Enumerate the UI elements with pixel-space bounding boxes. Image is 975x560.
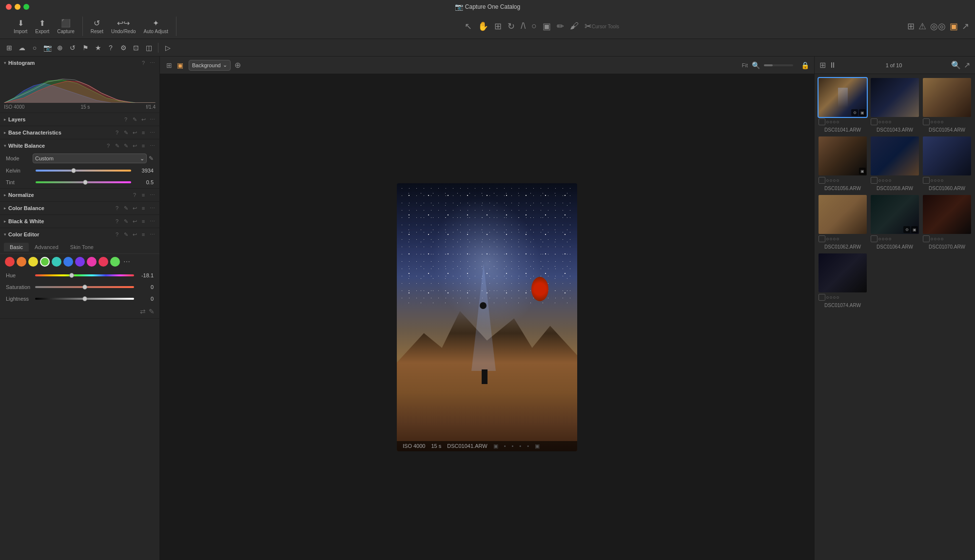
swatch-orange[interactable]	[17, 257, 26, 267]
histogram-help-icon[interactable]: ?	[140, 59, 147, 66]
proofing-icon[interactable]: ◎◎	[930, 21, 946, 32]
sec-camera-icon[interactable]: 📷	[42, 42, 53, 53]
cursor-tool-pointer[interactable]: ↖	[465, 21, 472, 32]
sec-refresh-icon[interactable]: ↺	[67, 42, 78, 53]
normalize-menu-icon[interactable]: ⋯	[149, 192, 156, 198]
swatch-violet[interactable]	[75, 257, 85, 267]
right-search-icon[interactable]: 🔍	[951, 60, 961, 70]
layers-help-icon[interactable]: ?	[122, 116, 129, 123]
cursor-tool-crop[interactable]: ⊞	[494, 21, 502, 32]
zoom-bar[interactable]	[764, 64, 793, 66]
thumb-checkbox-2[interactable]	[871, 118, 878, 125]
base-char-help-icon[interactable]: ?	[114, 129, 120, 136]
single-view-icon[interactable]: ▣	[176, 60, 185, 71]
undo-redo-button[interactable]: ↩↪ Undo/Redo	[108, 17, 139, 36]
add-viewer-button[interactable]: ⊕	[234, 60, 241, 70]
cursor-tool-circle[interactable]: ○	[531, 21, 537, 31]
white-balance-header[interactable]: ▾ White Balance ? ✎ ✎ ↩ ≡ ⋯	[0, 139, 159, 152]
right-grid-icon[interactable]: ⊞	[819, 60, 826, 70]
edit-selected-icon[interactable]: ▣	[950, 21, 958, 32]
cursor-tool-hand[interactable]: ✋	[478, 21, 488, 32]
cb-help-icon[interactable]: ?	[114, 205, 120, 212]
thumb-checkbox-1[interactable]	[819, 118, 825, 125]
wb-mode-select[interactable]: Custom ⌄	[33, 154, 147, 163]
wb-tint-slider[interactable]	[36, 181, 131, 183]
thumb-item-4[interactable]: ▣ DSC01056.ARW	[819, 136, 867, 191]
capture-button[interactable]: ⬛ Capture	[54, 17, 78, 36]
grid-view-icon[interactable]: ⊞	[165, 60, 174, 71]
bw-undo-icon[interactable]: ↩	[131, 218, 138, 225]
swatch-more-button[interactable]: ⋯	[122, 257, 132, 267]
bw-edit-icon[interactable]: ✎	[122, 218, 129, 225]
swatch-lime[interactable]	[110, 257, 120, 267]
cursor-tool-straighten[interactable]: /\	[521, 21, 526, 31]
wb-list-icon[interactable]: ≡	[140, 142, 147, 149]
cb-edit-icon[interactable]: ✎	[122, 205, 129, 212]
wb-edit-icon[interactable]: ✎	[122, 142, 129, 149]
ce-menu-icon[interactable]: ⋯	[149, 231, 156, 238]
bg-select[interactable]: Background ⌄	[189, 60, 231, 71]
wb-kelvin-slider[interactable]	[36, 170, 131, 172]
thumb-checkbox-6[interactable]	[923, 177, 930, 184]
right-expand-icon[interactable]: ↗	[964, 60, 970, 70]
thumb-checkbox-4[interactable]	[819, 177, 825, 184]
hue-slider[interactable]	[35, 274, 134, 276]
sec-gear-icon[interactable]: ⚙	[118, 42, 129, 53]
base-char-undo-icon[interactable]: ↩	[131, 129, 138, 136]
ce-reset-icon[interactable]: ⇄	[140, 308, 146, 315]
thumb-item-2[interactable]: DSC01043.ARW	[871, 78, 919, 133]
base-char-list-icon[interactable]: ≡	[140, 129, 147, 136]
color-balance-header[interactable]: ▸ Color Balance ? ✎ ↩ ≡ ⋯	[0, 202, 159, 214]
ce-undo-icon[interactable]: ↩	[131, 231, 138, 238]
bw-header[interactable]: ▸ Black & White ? ✎ ↩ ≡ ⋯	[0, 215, 159, 228]
layers-menu-icon[interactable]: ⋯	[149, 116, 156, 123]
swatch-pink[interactable]	[87, 257, 97, 267]
base-char-menu-icon[interactable]: ⋯	[149, 129, 156, 136]
sec-cloud-icon[interactable]: ☁	[17, 42, 27, 53]
sec-rect-icon[interactable]: ◫	[143, 42, 154, 53]
auto-adjust-button[interactable]: ✦ Auto Adjust	[141, 17, 172, 36]
layers-header[interactable]: ▸ Layers ? ✎ ↩ ⋯	[0, 113, 159, 126]
cursor-tool-rotate[interactable]: ↻	[507, 21, 515, 32]
thumb-checkbox-3[interactable]	[923, 118, 930, 125]
swatch-yellow[interactable]	[28, 257, 38, 267]
bw-help-icon[interactable]: ?	[114, 218, 120, 225]
ce-tab-skin-tone[interactable]: Skin Tone	[64, 243, 99, 251]
thumb-checkbox-10[interactable]	[819, 294, 825, 301]
thumb-item-6[interactable]: DSC01060.ARW	[923, 136, 971, 191]
wb-kelvin-thumb[interactable]	[71, 168, 76, 173]
sec-star-icon[interactable]: ★	[93, 42, 103, 53]
swatch-red[interactable]	[5, 257, 15, 267]
copy-apply-icon[interactable]: ↗	[962, 21, 969, 32]
wb-menu-icon[interactable]: ⋯	[149, 142, 156, 149]
cursor-tool-mask[interactable]: ▣	[543, 21, 551, 32]
thumb-checkbox-5[interactable]	[871, 177, 878, 184]
layers-undo-icon[interactable]: ↩	[140, 116, 147, 123]
wb-tint-thumb[interactable]	[83, 180, 88, 185]
hue-thumb[interactable]	[69, 273, 74, 278]
export-button[interactable]: ⬆ Export	[32, 17, 52, 36]
close-button[interactable]	[6, 4, 12, 10]
thumb-checkbox-9[interactable]	[923, 235, 930, 242]
grid-view-icon[interactable]: ⊞	[907, 21, 915, 32]
sec-search-icon[interactable]: ⊕	[55, 42, 65, 53]
cb-undo-icon[interactable]: ↩	[131, 205, 138, 212]
sec-flag-icon[interactable]: ⚑	[80, 42, 91, 53]
ce-tab-advanced[interactable]: Advanced	[29, 243, 64, 251]
base-char-header[interactable]: ▸ Base Characteristics ? ✎ ↩ ≡ ⋯	[0, 126, 159, 139]
thumb-item-7[interactable]: DSC01062.ARW	[819, 195, 867, 250]
histogram-header[interactable]: ▾ Histogram ? ⋯	[0, 57, 159, 69]
cb-menu-icon[interactable]: ⋯	[149, 205, 156, 212]
normalize-list-icon[interactable]: ≡	[140, 192, 147, 198]
thumb-checkbox-8[interactable]	[871, 235, 878, 242]
histogram-menu-icon[interactable]: ⋯	[149, 59, 156, 66]
wb-help-icon[interactable]: ?	[105, 142, 112, 149]
saturation-thumb[interactable]	[82, 285, 87, 290]
sec-grid-icon[interactable]: ⊡	[131, 42, 141, 53]
wb-eyedropper-icon[interactable]: ✎	[149, 155, 154, 162]
layers-edit-icon[interactable]: ✎	[131, 116, 138, 123]
thumb-item-9[interactable]: DSC01070.ARW	[923, 195, 971, 250]
sec-help-icon[interactable]: ?	[105, 42, 116, 53]
wb-picker-icon[interactable]: ✎	[114, 142, 120, 149]
thumb-checkbox-7[interactable]	[819, 235, 825, 242]
